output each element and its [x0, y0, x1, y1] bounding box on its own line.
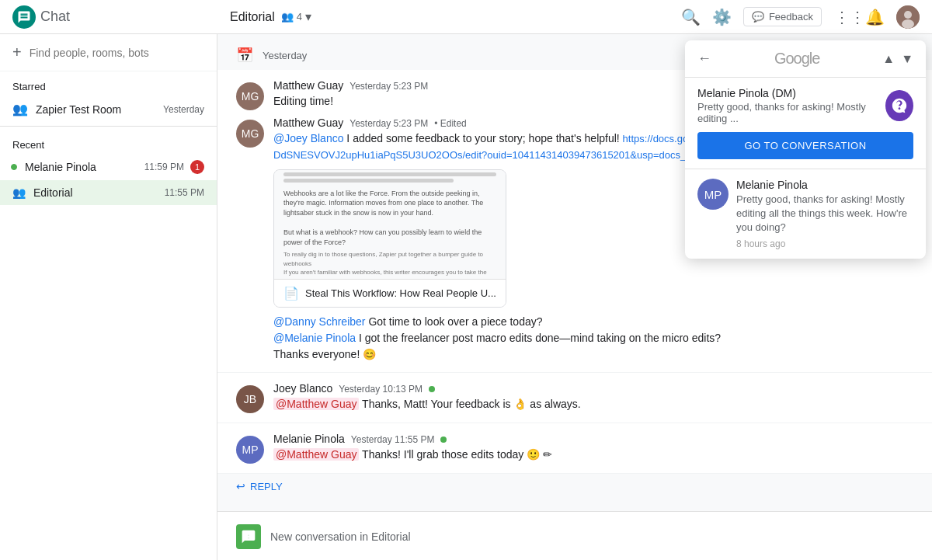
svg-point-2	[902, 19, 914, 29]
sidebar-item-zapier-test-room[interactable]: 👥 Zapier Test Room Yesterday	[0, 96, 217, 123]
app-layout: + Starred 👥 Zapier Test Room Yesterday R…	[0, 0, 932, 560]
add-icon[interactable]: +	[12, 43, 22, 61]
avatar-joey-blanco: JB	[236, 385, 264, 413]
message-time-2: Yesterday 5:23 PM	[350, 118, 428, 129]
chat-at-icon	[885, 90, 913, 121]
popup-dm-title: Melanie Pinola (DM)	[697, 87, 885, 99]
room-icon: 👥	[12, 102, 28, 117]
svg-point-1	[904, 11, 912, 19]
message-content-3: Joey Blanco Yesterday 10:13 PM @Matthew …	[273, 382, 913, 413]
dm-popup: ← Google ▲ ▼ Melanie Pinola (DM) Pretty …	[685, 40, 926, 259]
logo-icon	[12, 5, 36, 29]
doc-preview[interactable]: Webhooks are a lot like the Force. From …	[273, 169, 506, 308]
date-label: Yesterday	[263, 50, 307, 61]
popup-back-button[interactable]: ←	[697, 50, 711, 67]
online-dot-4	[440, 437, 447, 443]
message-content-4: Melanie Pinola Yesterday 11:55 PM @Matth…	[273, 433, 913, 464]
message-author-2: Matthew Guay	[273, 117, 343, 129]
preview-name: Melanie Pinola	[736, 179, 913, 191]
mention-matthew-1: @Matthew Guay	[273, 398, 359, 410]
doc-preview-thumbnail: Webhooks are a lot like the Force. From …	[274, 170, 506, 279]
doc-title: Steal This Workflow: How Real People U..…	[305, 287, 496, 299]
doc-preview-footer: 📄 Steal This Workflow: How Real People U…	[274, 279, 506, 307]
preview-time: 8 hours ago	[736, 238, 913, 249]
preview-avatar: MP	[697, 179, 729, 210]
sidebar-divider	[0, 126, 217, 127]
message-group-3: JB Joey Blanco Yesterday 10:13 PM @Matth…	[217, 379, 932, 416]
room-icon-editorial: 👥	[12, 186, 26, 199]
recent-section-label: Recent	[0, 130, 217, 154]
mention-matthew-2: @Matthew Guay	[273, 448, 359, 461]
feedback-icon: 💬	[752, 11, 764, 23]
reply-button[interactable]: ↩ REPLY	[217, 474, 932, 499]
reply-arrow-icon: ↩	[236, 480, 245, 492]
popup-dm-subtitle: Pretty good, thanks for asking! Mostly e…	[697, 101, 885, 124]
online-indicator	[11, 164, 17, 170]
message-text-2b: @Danny Schreiber Got time to look over a…	[273, 314, 913, 363]
sidebar-item-editorial[interactable]: 👥 Editorial 11:55 PM	[0, 180, 217, 205]
calendar-icon: 📅	[236, 47, 253, 64]
header-center: Editorial 👥 4 ▾	[230, 9, 681, 24]
online-dot-3	[429, 386, 435, 392]
mention-joey: @Joey Blanco	[273, 132, 343, 144]
message-author-4: Melanie Pinola	[273, 433, 345, 445]
message-author-1: Matthew Guay	[273, 79, 343, 92]
apps-icon[interactable]: ⋮⋮⋮	[834, 8, 853, 26]
new-conversation-icon	[236, 524, 261, 549]
members-info[interactable]: 👥 4 ▾	[281, 9, 311, 24]
preview-text: Pretty good, thanks for asking! Mostly e…	[736, 193, 913, 235]
feedback-button[interactable]: 💬 Feedback	[743, 7, 822, 26]
sidebar-search-area: +	[0, 34, 217, 71]
app-logo: Chat	[12, 5, 230, 29]
reply-label: REPLY	[250, 481, 283, 492]
unread-badge: 1	[190, 160, 204, 174]
popup-dm-section: Melanie Pinola (DM) Pretty good, thanks …	[685, 78, 926, 169]
google-docs-icon: 📄	[283, 286, 299, 301]
sidebar-item-melanie-pinola[interactable]: Melanie Pinola 11:59 PM 1	[0, 154, 217, 180]
message-section-2: JB Joey Blanco Yesterday 10:13 PM @Matth…	[217, 373, 932, 423]
go-to-conversation-button[interactable]: GO TO CONVERSATION	[697, 132, 913, 159]
people-icon: 👥	[281, 11, 294, 23]
message-text-3: @Matthew Guay Thanks, Matt! Your feedbac…	[273, 396, 913, 412]
search-icon[interactable]: 🔍	[681, 8, 700, 26]
user-avatar[interactable]	[896, 5, 920, 29]
settings-icon[interactable]: ⚙️	[712, 8, 731, 26]
popup-down-arrow[interactable]: ▼	[901, 52, 913, 66]
starred-section-label: Starred	[0, 71, 217, 96]
message-time-1: Yesterday 5:23 PM	[350, 81, 428, 92]
room-title: Editorial	[230, 10, 275, 24]
message-group-4: MP Melanie Pinola Yesterday 11:55 PM @Ma…	[217, 430, 932, 467]
top-header: Chat Editorial 👥 4 ▾ 🔍 ⚙️ 💬 Feedback ⋮⋮⋮…	[0, 0, 932, 34]
message-text-4: @Matthew Guay Thanks! I'll grab those ed…	[273, 447, 913, 463]
avatar-matthew-guay-2: MG	[236, 120, 264, 148]
message-time-3: Yesterday 10:13 PM	[339, 384, 423, 395]
popup-up-arrow[interactable]: ▲	[882, 52, 895, 66]
notifications-icon[interactable]: 🔔	[865, 8, 884, 26]
message-author-3: Joey Blanco	[273, 382, 332, 395]
members-count: 4	[297, 11, 302, 23]
new-conversation-area[interactable]: New conversation in Editorial	[217, 511, 932, 560]
message-time-4: Yesterday 11:55 PM	[351, 434, 435, 445]
mention-melanie-1: @Melanie Pinola	[273, 332, 356, 344]
search-input[interactable]	[30, 47, 204, 59]
popup-message-preview: MP Melanie Pinola Pretty good, thanks fo…	[685, 169, 926, 259]
docs-link[interactable]: https://docs.google.com/do...DdSNESVOVJ2…	[273, 133, 752, 161]
google-logo: Google	[774, 50, 820, 68]
chevron-down-icon[interactable]: ▾	[305, 9, 311, 24]
new-conversation-label: New conversation in Editorial	[270, 530, 411, 543]
message-section-3: MP Melanie Pinola Yesterday 11:55 PM @Ma…	[217, 423, 932, 474]
popup-header: ← Google ▲ ▼	[685, 40, 926, 78]
app-name: Chat	[40, 9, 70, 25]
avatar-matthew-guay-1: MG	[236, 82, 264, 110]
header-actions: 🔍 ⚙️ 💬 Feedback ⋮⋮⋮ 🔔	[681, 5, 920, 29]
avatar-melanie-pinola: MP	[236, 436, 264, 464]
message-edited-label: • Edited	[434, 118, 467, 129]
mention-danny: @Danny Schreiber	[273, 315, 366, 328]
sidebar: + Starred 👥 Zapier Test Room Yesterday R…	[0, 34, 217, 560]
